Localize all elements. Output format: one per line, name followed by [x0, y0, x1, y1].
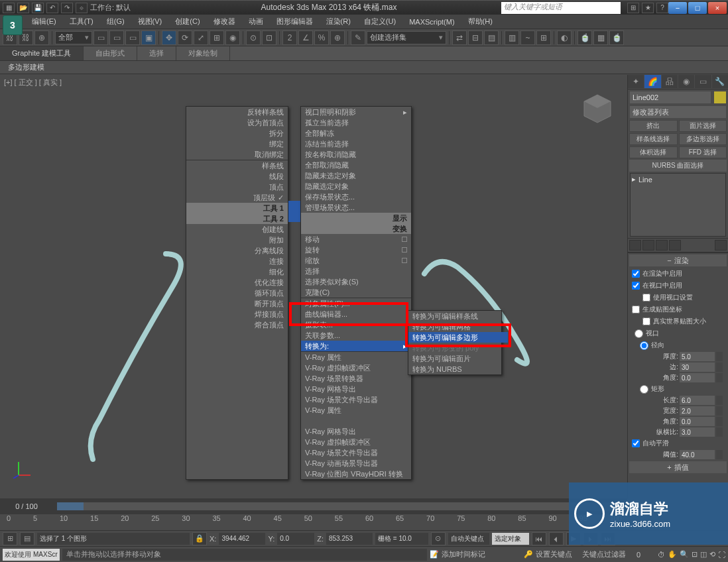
create-tab-icon[interactable]: ✦: [628, 75, 644, 88]
menu-render[interactable]: 渲染(R): [321, 17, 356, 27]
ctx-vray-scene-export2[interactable]: V-Ray 场景文件导出器: [301, 447, 411, 458]
open-icon[interactable]: 📂: [17, 3, 29, 13]
object-color-swatch[interactable]: [714, 91, 726, 103]
spin-thickness[interactable]: 5.0: [680, 352, 715, 361]
render-frame-icon[interactable]: ▦: [593, 30, 608, 45]
rotate-icon[interactable]: ⟳: [178, 30, 192, 45]
convert-poly[interactable]: 转换为可编辑多边形: [408, 332, 508, 343]
ctx-scale[interactable]: 缩放: [301, 255, 411, 266]
ctx-break-vertex[interactable]: 断开顶点: [186, 298, 288, 309]
remove-mod-icon[interactable]: [669, 240, 681, 251]
nav-zoomext-icon[interactable]: ⊡: [692, 550, 698, 559]
ctx-select-similar[interactable]: 选择类似对象(S): [301, 276, 411, 287]
center-pivot-icon[interactable]: ◉: [225, 30, 240, 45]
menu-create[interactable]: 创建(C): [170, 17, 205, 27]
ctx-vray-hdri[interactable]: V-Ray 位图向 VRayHDRI 转换: [301, 469, 411, 479]
redo-icon[interactable]: ↷: [61, 3, 73, 13]
menu-grapheditor[interactable]: 图形编辑器: [271, 17, 318, 27]
snap-angle-icon[interactable]: ∠: [298, 30, 313, 45]
select-icon[interactable]: ▭: [93, 30, 108, 45]
select-name-icon[interactable]: ▭: [109, 30, 124, 45]
menu-maxscript[interactable]: MAXScript(M): [404, 18, 459, 26]
ctx-freeze-sel[interactable]: 冻结当前选择: [301, 139, 411, 149]
mod-spline-button[interactable]: 样条线选择: [629, 133, 678, 145]
convert-mesh[interactable]: 转换为可编辑网格: [408, 321, 508, 332]
modifier-list-dropdown[interactable]: 修改器列表: [630, 106, 726, 118]
help-search-input[interactable]: 键入关键字或短语: [501, 2, 621, 14]
ctx-weld-vertex[interactable]: 焊接顶点: [186, 309, 288, 319]
ctx-fuse-vertex[interactable]: 熔合顶点: [186, 319, 288, 330]
current-frame-field[interactable]: 0: [637, 551, 655, 559]
stack-item-line[interactable]: ▸Line: [632, 175, 724, 184]
ctx-bind[interactable]: 绑定: [186, 139, 288, 149]
move-icon[interactable]: ✥: [162, 30, 176, 45]
ctx-object-properties[interactable]: 对象属性(P)...: [301, 298, 411, 309]
relative-icon[interactable]: ⊙: [431, 532, 446, 545]
autokey-button[interactable]: 自动关键点: [448, 533, 489, 545]
spin-angle[interactable]: 0.0: [680, 373, 715, 382]
ctx-convert-to[interactable]: 转换为:: [301, 341, 411, 351]
ctx-rotate[interactable]: 旋转: [301, 245, 411, 255]
menu-customize[interactable]: 自定义(U): [359, 17, 401, 27]
align-icon[interactable]: ⊟: [468, 30, 483, 45]
ribbon-panel-polymodeling[interactable]: 多边形建模: [0, 61, 728, 74]
close-button[interactable]: ×: [708, 2, 727, 14]
nav-pan-icon[interactable]: ✋: [668, 550, 677, 559]
ctx-segment-subobj[interactable]: 线段: [186, 171, 288, 182]
rollout-render-head[interactable]: −渲染: [629, 254, 727, 266]
menu-edit[interactable]: 编辑(E): [27, 17, 62, 27]
menu-tools[interactable]: 工具(T): [64, 17, 99, 27]
time-slider[interactable]: 0 / 100: [0, 498, 627, 514]
help-icon[interactable]: ?: [656, 3, 668, 13]
resource-icon[interactable]: ⊞: [627, 3, 639, 13]
star-icon[interactable]: ★: [642, 3, 654, 13]
ctx-curve-editor[interactable]: 曲线编辑器...: [301, 309, 411, 319]
coord-x-value[interactable]: 3944.462: [219, 533, 265, 545]
workspace-dropdown[interactable]: 工作台: 默认: [90, 3, 156, 13]
menu-view[interactable]: 视图(V): [133, 17, 168, 27]
mod-nurbs-button[interactable]: NURBS 曲面选择: [629, 160, 727, 172]
nav-zoom-icon[interactable]: 🔍: [680, 550, 689, 559]
add-time-tag[interactable]: 添加时间标记: [442, 549, 521, 559]
scale-icon[interactable]: ⤢: [194, 30, 208, 45]
ctx-attach[interactable]: 附加: [186, 235, 288, 245]
trackbar-icon[interactable]: ▤: [20, 532, 34, 545]
ctx-unhide-name[interactable]: 按名称取消隐藏: [301, 149, 411, 160]
ctx-first-vertex[interactable]: 设为首顶点: [186, 117, 288, 128]
ctx-vray-scene-export[interactable]: V-Ray 场景文件导出器: [301, 394, 411, 405]
spin-width[interactable]: 2.0: [680, 406, 715, 416]
rollout-interp-head[interactable]: +插值: [629, 461, 727, 473]
curve-editor-icon[interactable]: ~: [520, 30, 535, 45]
schematic-icon[interactable]: ⊞: [536, 30, 551, 45]
radio-rect[interactable]: [640, 385, 648, 394]
mod-patch-button[interactable]: 面片选择: [679, 120, 727, 132]
coord-z-value[interactable]: 853.253: [326, 533, 373, 545]
ctx-reverse-spline[interactable]: 反转样条线: [186, 107, 288, 117]
ctx-top-level[interactable]: 顶层级✓: [186, 192, 288, 203]
snap-percent-icon[interactable]: %: [314, 30, 329, 45]
ctx-refine[interactable]: 细化: [186, 266, 288, 277]
spin-aspect[interactable]: 3.0: [680, 427, 715, 437]
select-manipulate-icon[interactable]: ⊙: [246, 30, 261, 45]
nav-maximize-icon[interactable]: ⛶: [718, 551, 725, 559]
keyfilter-button[interactable]: 关键点过滤器: [582, 549, 634, 559]
snap-2d-icon[interactable]: 2: [282, 30, 297, 45]
ctx-vertex-subobj[interactable]: 顶点: [186, 182, 288, 192]
save-icon[interactable]: 💾: [32, 3, 44, 13]
ctx-detach-seg[interactable]: 分离线段: [186, 245, 288, 256]
ctx-unhide-all[interactable]: 全部取消隐藏: [301, 160, 411, 170]
menu-modifiers[interactable]: 修改器: [208, 17, 241, 27]
snap-spinner-icon[interactable]: ⊕: [330, 30, 345, 45]
hierarchy-tab-icon[interactable]: 品: [662, 75, 678, 88]
new-icon[interactable]: ▦: [3, 3, 15, 13]
ctx-isolate[interactable]: 孤立当前选择: [301, 117, 411, 128]
ctx-wire-params[interactable]: 关联参数...: [301, 330, 411, 341]
menu-animation[interactable]: 动画: [243, 17, 269, 27]
named-selection-dropdown[interactable]: 创建选择集: [367, 31, 446, 44]
display-tab-icon[interactable]: ▭: [695, 75, 711, 88]
key-selection-dropdown[interactable]: 选定对象: [492, 533, 529, 545]
ctx-loop-vertex[interactable]: 循环顶点: [186, 288, 288, 298]
ctx-hide-unsel[interactable]: 隐藏未选定对象: [301, 170, 411, 181]
setkey-button[interactable]: 设置关键点: [536, 549, 579, 559]
ctx-vray-vfb[interactable]: V-Ray 虚拟帧缓冲区: [301, 363, 411, 373]
